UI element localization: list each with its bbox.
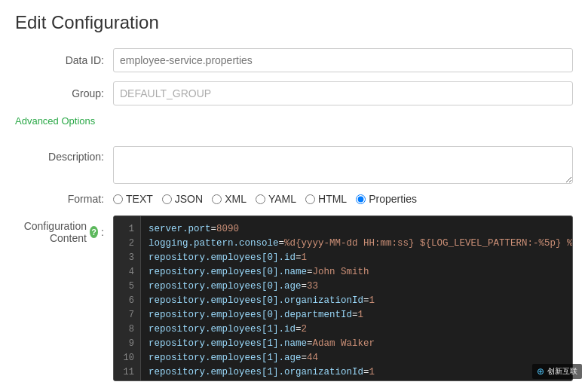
line-number: 7 — [114, 308, 140, 322]
description-label: Description: — [15, 146, 113, 163]
page-title: Edit Configuration — [15, 12, 573, 33]
code-line: repository.employees[1].departmentId=1 — [149, 380, 565, 380]
code-line: logging.pattern.console=%d{yyyy-MM-dd HH… — [149, 237, 565, 251]
watermark: ⊕ 创新互联 — [532, 364, 582, 379]
line-number: 1 — [114, 222, 140, 237]
code-line: repository.employees[0].id=1 — [149, 251, 565, 265]
line-number: 11 — [114, 365, 140, 380]
code-editor[interactable]: 123456789101112 server.port=8090logging.… — [113, 215, 573, 381]
format-text-label: TEXT — [126, 193, 153, 205]
format-row: Format: TEXT JSON XML YAML HTML — [15, 193, 573, 205]
code-line: repository.employees[0].departmentId=1 — [149, 308, 565, 322]
format-html[interactable]: HTML — [305, 193, 347, 205]
format-json-label: JSON — [175, 193, 203, 205]
content-row: Configuration Content ? : 12345678910111… — [15, 215, 573, 381]
line-number: 12 — [114, 380, 140, 380]
code-line: repository.employees[1].name=Adam Walker — [149, 337, 565, 351]
format-html-label: HTML — [318, 193, 347, 205]
help-icon[interactable]: ? — [90, 226, 98, 238]
format-xml[interactable]: XML — [212, 193, 247, 205]
line-numbers: 123456789101112 — [114, 216, 141, 380]
description-input[interactable] — [113, 146, 573, 184]
code-lines-container: 123456789101112 server.port=8090logging.… — [114, 216, 572, 380]
group-row: Group: — [15, 81, 573, 105]
line-number: 6 — [114, 294, 140, 308]
format-label: Format: — [15, 193, 113, 205]
content-label-text: Configuration Content — [15, 220, 87, 244]
code-line: repository.employees[0].age=33 — [149, 280, 565, 294]
group-input[interactable] — [113, 81, 573, 105]
format-json[interactable]: JSON — [162, 193, 203, 205]
code-line: repository.employees[0].organizationId=1 — [149, 294, 565, 308]
line-number: 2 — [114, 237, 140, 251]
description-row: Description: — [15, 146, 573, 184]
code-line: server.port=8090 — [149, 222, 565, 237]
format-yaml[interactable]: YAML — [256, 193, 296, 205]
line-number: 3 — [114, 251, 140, 265]
format-xml-label: XML — [225, 193, 247, 205]
code-line: repository.employees[1].age=44 — [149, 351, 565, 365]
advanced-options-link[interactable]: Advanced Options — [15, 115, 95, 127]
code-line: repository.employees[0].name=John Smith — [149, 265, 565, 280]
format-yaml-label: YAML — [268, 193, 296, 205]
advanced-options-section: Advanced Options — [15, 115, 573, 137]
code-line: repository.employees[1].id=2 — [149, 322, 565, 337]
format-properties[interactable]: Properties — [356, 193, 417, 205]
data-id-row: Data ID: — [15, 48, 573, 72]
code-content: server.port=8090logging.pattern.console=… — [141, 216, 572, 380]
watermark-text: 创新互联 — [547, 366, 577, 377]
page-container: Edit Configuration Data ID: Group: Advan… — [0, 0, 588, 385]
line-number: 5 — [114, 280, 140, 294]
format-properties-label: Properties — [369, 193, 417, 205]
format-options: TEXT JSON XML YAML HTML Properties — [113, 193, 417, 205]
code-line: repository.employees[1].organizationId=1 — [149, 365, 565, 380]
line-number: 9 — [114, 337, 140, 351]
data-id-input[interactable] — [113, 48, 573, 72]
group-label: Group: — [15, 87, 113, 99]
watermark-icon: ⊕ — [537, 366, 544, 377]
content-label: Configuration Content ? : — [15, 215, 113, 244]
data-id-label: Data ID: — [15, 54, 113, 66]
line-number: 10 — [114, 351, 140, 365]
content-colon: : — [101, 226, 104, 238]
line-number: 8 — [114, 322, 140, 337]
format-text[interactable]: TEXT — [113, 193, 153, 205]
line-number: 4 — [114, 265, 140, 280]
